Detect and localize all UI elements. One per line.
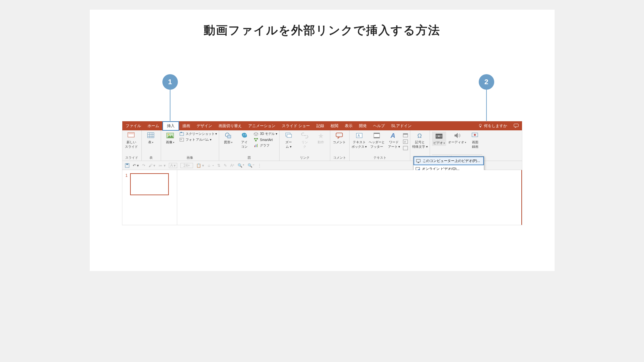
image-button[interactable]: 画像: [163, 132, 177, 145]
tab-insert[interactable]: 挿入: [162, 121, 179, 131]
screenshot-button[interactable]: スクリーンショット ▾: [179, 132, 217, 136]
group-tables-label: 表: [144, 156, 159, 161]
new-slide-icon: [127, 132, 136, 139]
callout-2: 2: [479, 74, 494, 90]
svg-rect-22: [255, 140, 257, 141]
textbox-button[interactable]: A テキスト ボックス ▾: [352, 132, 367, 149]
callout-line-1: [170, 90, 170, 121]
svg-rect-24: [256, 145, 256, 147]
image-icon: [166, 132, 175, 139]
textbox-icon: A: [355, 132, 364, 139]
group-comments-label: コメント: [332, 156, 347, 161]
svg-rect-42: [436, 134, 442, 135]
tab-draw[interactable]: 描画: [179, 121, 193, 131]
photo-album-button[interactable]: フォト アルバム ▾: [179, 137, 212, 142]
action-button: 動作: [314, 132, 328, 145]
svg-point-15: [180, 139, 181, 140]
undo-icon[interactable]: ↶ ▾: [133, 163, 139, 168]
slide-number-icon[interactable]: #: [403, 139, 408, 144]
svg-rect-39: [403, 146, 408, 150]
header-footer-button[interactable]: ヘッダーと フッター: [369, 132, 385, 149]
tab-record[interactable]: 記録: [313, 121, 327, 131]
tab-slideshow[interactable]: スライド ショー: [279, 121, 313, 131]
svg-rect-14: [180, 138, 184, 141]
redo-icon: ↷: [142, 163, 145, 168]
group-illus-label: 図: [221, 156, 277, 161]
object-icon[interactable]: [403, 146, 408, 150]
tab-animations[interactable]: アニメーション: [245, 121, 279, 131]
svg-rect-21: [256, 138, 258, 139]
svg-text:A: A: [390, 132, 395, 139]
audio-icon: [453, 132, 462, 139]
chart-icon: [253, 143, 259, 148]
tab-view[interactable]: 表示: [342, 121, 356, 131]
slide-number: 1: [126, 173, 128, 178]
tab-home[interactable]: ホーム: [144, 121, 162, 131]
svg-rect-4: [128, 133, 134, 134]
table-button[interactable]: 表: [144, 132, 158, 145]
svg-point-0: [479, 124, 481, 126]
comment-icon[interactable]: [514, 124, 519, 128]
action-label: 動作: [318, 140, 324, 145]
svg-rect-27: [287, 134, 291, 137]
video-button[interactable]: ビデオ: [432, 132, 446, 146]
zoom-in-icon[interactable]: 🔍⁺: [238, 163, 244, 168]
page-title: 動画ファイルを外部リンクで挿入する方法: [90, 23, 555, 38]
svg-rect-43: [436, 137, 442, 138]
icons-button[interactable]: アイ コン: [237, 132, 251, 149]
tab-help[interactable]: ヘルプ: [370, 121, 388, 131]
svg-rect-28: [336, 133, 342, 137]
screenrec-label: 画面 録画: [472, 140, 478, 149]
font-size-box[interactable]: 24+: [180, 163, 193, 168]
photo-album-icon: [179, 137, 184, 142]
smartart-icon: [253, 137, 259, 142]
svg-rect-36: [403, 134, 408, 135]
svg-rect-25: [257, 144, 258, 147]
tell-me-search[interactable]: 何をしますか: [475, 123, 510, 129]
zoom-button[interactable]: ズー ム ▾: [281, 132, 296, 149]
svg-rect-2: [514, 124, 518, 127]
thumbnail-pane[interactable]: 1: [122, 170, 177, 225]
date-time-icon[interactable]: [403, 133, 408, 137]
shapes-button[interactable]: 図形: [221, 132, 235, 145]
screenshot-icon: [179, 132, 184, 136]
tab-file[interactable]: ファイル: [122, 121, 144, 131]
slide-thumbnail-1[interactable]: 1: [126, 173, 174, 195]
zoom-out-icon[interactable]: 🔍⁻: [248, 163, 254, 168]
bullets-icon: ≔ ▾: [158, 163, 165, 168]
3dmodel-button[interactable]: 3D モデル ▾: [253, 132, 277, 136]
smartart-button[interactable]: SmartArt: [253, 137, 272, 142]
action-icon: [316, 132, 325, 139]
video-from-pc-option[interactable]: このコンピューター上のビデオ(P)...: [414, 156, 484, 165]
svg-text:#: #: [404, 140, 406, 144]
zoom-label: ズー ム ▾: [285, 140, 292, 149]
video-label: ビデオ: [433, 141, 445, 145]
tab-transitions[interactable]: 画面切り替え: [215, 121, 245, 131]
svg-point-46: [474, 134, 476, 136]
group-links-label: リンク: [281, 156, 328, 161]
tab-addin[interactable]: SLアドイン: [388, 121, 415, 131]
symbols-button[interactable]: Ω 記号と 特殊文字 ▾: [412, 132, 428, 149]
save-icon[interactable]: [125, 163, 129, 168]
wordart-icon: A: [389, 132, 398, 139]
image-label: 画像: [166, 140, 174, 145]
svg-rect-47: [416, 159, 420, 162]
comment-bubble-icon: [335, 132, 344, 139]
svg-rect-52: [126, 164, 128, 165]
tab-design[interactable]: デザイン: [193, 121, 215, 131]
tell-me-label: 何をしますか: [484, 123, 507, 129]
screen-recording-button[interactable]: 画面 録画: [468, 132, 482, 149]
link-label: リン ク: [302, 140, 308, 149]
new-slide-button[interactable]: 新しい スライド: [124, 132, 138, 149]
tab-review[interactable]: 校閲: [327, 121, 342, 131]
audio-button[interactable]: オーディオ: [448, 132, 466, 145]
svg-rect-12: [180, 133, 184, 136]
wordart-button[interactable]: A ワード アート ▾: [387, 132, 401, 149]
comment-button[interactable]: コメント: [332, 132, 346, 145]
chart-button[interactable]: グラフ: [253, 143, 270, 148]
slide-canvas[interactable]: [177, 170, 522, 225]
svg-rect-5: [148, 133, 154, 138]
audio-label: オーディオ: [448, 140, 466, 145]
tab-dev[interactable]: 開発: [356, 121, 370, 131]
new-slide-label: 新しい スライド: [125, 140, 138, 149]
